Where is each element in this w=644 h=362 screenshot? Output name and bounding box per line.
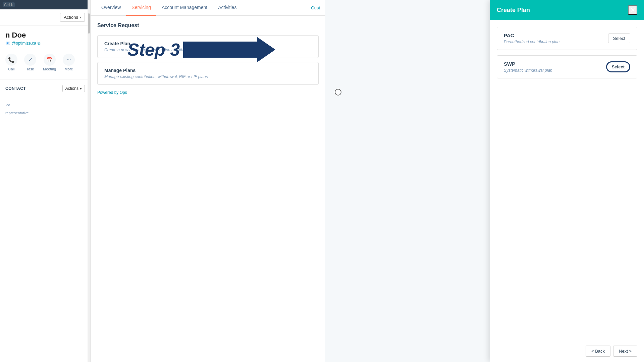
manage-plans-title: Manage Plans — [104, 68, 312, 73]
scroll-indicator[interactable] — [88, 0, 90, 362]
pac-option: PAC Preauthorized contribution plan Sele… — [497, 27, 637, 50]
panel-footer: < Back Next > — [490, 340, 644, 362]
task-label: Task — [26, 67, 34, 71]
chevron-down-icon: ▾ — [79, 15, 81, 19]
contact-quick-actions: 📞 Call ✓ Task 📅 Meeting ··· More — [5, 51, 85, 74]
swp-desc: Systematic withdrawal plan — [504, 68, 552, 73]
create-plan-card[interactable]: Create Plan Create a new automated contr… — [97, 35, 319, 58]
meeting-action[interactable]: 📅 Meeting — [43, 54, 56, 71]
close-button[interactable]: ✕ — [628, 5, 637, 15]
pac-info: PAC Preauthorized contribution plan — [504, 33, 559, 44]
representative-text: representative — [0, 110, 90, 116]
create-plan-desc: Create a new automated contribution or w… — [104, 48, 312, 52]
more-label: More — [65, 67, 73, 71]
customize-button[interactable]: Cust — [311, 5, 320, 10]
manage-plans-desc: Manage existing contribution, withdrawal… — [104, 74, 312, 79]
more-icon: ··· — [63, 54, 75, 66]
actions-label: Actions — [64, 15, 78, 20]
call-action[interactable]: 📞 Call — [5, 54, 17, 71]
section-title: Service Request — [97, 22, 319, 28]
footer-text: .ca — [5, 103, 10, 107]
sidebar: Ctrl K Actions ▾ n Doe 📧 @optimize.ca ⧉ … — [0, 0, 91, 362]
call-icon: 📞 — [5, 54, 17, 66]
sidebar-actions-bar: Actions ▾ — [0, 9, 90, 25]
kbd-ctrl: Ctrl — [4, 3, 10, 7]
scroll-thumb — [88, 13, 90, 34]
tab-overview[interactable]: Overview — [96, 0, 126, 16]
cursor-indicator — [335, 89, 341, 96]
contact-section: Contact Actions ▾ — [0, 79, 90, 100]
panel-body: PAC Preauthorized contribution plan Sele… — [490, 20, 644, 340]
create-plan-panel: Create Plan ✕ PAC Preauthorized contribu… — [490, 0, 644, 362]
next-button[interactable]: Next > — [613, 346, 637, 357]
task-icon: ✓ — [24, 54, 36, 66]
contact-section-header: Contact Actions ▾ — [5, 85, 85, 92]
panel-title: Create Plan — [497, 7, 530, 14]
call-label: Call — [8, 67, 15, 71]
contact-actions-label: Actions — [65, 86, 78, 91]
sidebar-footer: .ca — [0, 100, 90, 110]
contact-email: 📧 @optimize.ca ⧉ — [5, 41, 85, 46]
swp-name: SWP — [504, 61, 552, 67]
contact-actions-2: Actions ▾ — [62, 85, 85, 92]
contact-name: n Doe — [5, 31, 85, 40]
meeting-icon: 📅 — [44, 54, 56, 66]
back-button[interactable]: < Back — [586, 346, 610, 357]
email-value: @optimize.ca — [12, 41, 36, 46]
more-action[interactable]: ··· More — [63, 54, 75, 71]
swp-select-button[interactable]: Select — [606, 61, 630, 72]
pac-select-button[interactable]: Select — [608, 34, 630, 43]
main-content: Overview Servicing Account Management Ac… — [91, 0, 325, 362]
email-icon: 📧 — [5, 41, 10, 46]
kbd-k: K — [11, 3, 13, 7]
task-action[interactable]: ✓ Task — [24, 54, 36, 71]
contact-info: n Doe 📧 @optimize.ca ⧉ 📞 Call ✓ Task 📅 M… — [0, 25, 90, 79]
keyboard-shortcut: Ctrl K — [3, 2, 15, 7]
chevron-down-icon-2: ▾ — [80, 86, 82, 91]
main-body: Service Request Create Plan Create a new… — [91, 16, 325, 362]
contact-actions-button[interactable]: Actions ▾ — [62, 85, 85, 92]
swp-option: SWP Systematic withdrawal plan Select — [497, 55, 637, 78]
tab-servicing[interactable]: Servicing — [126, 0, 156, 16]
tab-account-management[interactable]: Account Management — [156, 0, 213, 16]
tabs-bar: Overview Servicing Account Management Ac… — [91, 0, 325, 16]
actions-button[interactable]: Actions ▾ — [60, 13, 85, 22]
powered-by: Powered by Ops — [97, 90, 319, 95]
pac-name: PAC — [504, 33, 559, 38]
manage-plans-card[interactable]: Manage Plans Manage existing contributio… — [97, 62, 319, 85]
tab-activities[interactable]: Activities — [213, 0, 242, 16]
sidebar-top-bar: Ctrl K — [0, 0, 90, 9]
close-icon: ✕ — [630, 6, 635, 14]
panel-header: Create Plan ✕ — [490, 0, 644, 20]
meeting-label: Meeting — [43, 67, 56, 71]
create-plan-title: Create Plan — [104, 41, 312, 46]
pac-desc: Preauthorized contribution plan — [504, 40, 559, 44]
copy-icon[interactable]: ⧉ — [38, 41, 41, 46]
swp-info: SWP Systematic withdrawal plan — [504, 61, 552, 73]
powered-by-brand: Ops — [120, 90, 127, 95]
contact-section-title: Contact — [5, 86, 26, 91]
